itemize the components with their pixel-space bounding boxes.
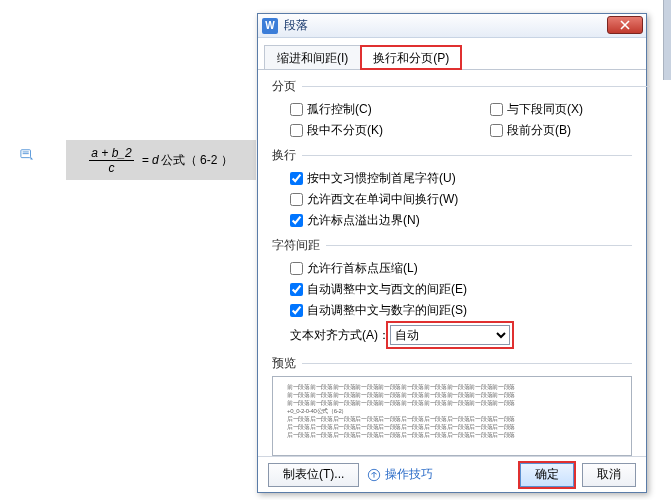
help-link[interactable]: 操作技巧 bbox=[367, 466, 433, 483]
checkbox-keep-lines-together[interactable]: 段中不分页(K) bbox=[290, 122, 450, 139]
close-button[interactable] bbox=[607, 16, 643, 34]
checkbox-input[interactable] bbox=[290, 124, 303, 137]
text-align-select[interactable]: 自动 bbox=[390, 325, 510, 345]
checkbox-input[interactable] bbox=[290, 193, 303, 206]
checkbox-punct-overflow[interactable]: 允许标点溢出边界(N) bbox=[290, 212, 450, 229]
vertical-ruler-strip bbox=[663, 0, 671, 80]
checkbox-keep-with-next[interactable]: 与下段同页(X) bbox=[490, 101, 650, 118]
fraction-denominator: c bbox=[106, 161, 116, 175]
checkbox-input[interactable] bbox=[290, 283, 303, 296]
tab-strip: 缩进和间距(I) 换行和分页(P) bbox=[258, 38, 646, 70]
group-title-pagination: 分页 bbox=[272, 78, 650, 95]
checkbox-input[interactable] bbox=[290, 214, 303, 227]
dialog-titlebar[interactable]: W 段落 bbox=[258, 14, 646, 38]
preview-line: 前一段落前一段落前一段落前一段落前一段落前一段落前一段落前一段落前一段落前一段落 bbox=[287, 391, 617, 399]
paragraph-dialog: W 段落 缩进和间距(I) 换行和分页(P) 分页 孤行控制(C) 与下段同页(… bbox=[257, 13, 647, 493]
checkbox-cn-latin-spacing[interactable]: 自动调整中文与西文的间距(E) bbox=[290, 281, 467, 298]
checkbox-page-break-before[interactable]: 段前分页(B) bbox=[490, 122, 650, 139]
dialog-title: 段落 bbox=[284, 17, 308, 34]
dialog-footer: 制表位(T)... 操作技巧 确定 取消 bbox=[258, 456, 646, 492]
preview-box: 前一段落前一段落前一段落前一段落前一段落前一段落前一段落前一段落前一段落前一段落… bbox=[272, 376, 632, 456]
checkbox-orphan-control[interactable]: 孤行控制(C) bbox=[290, 101, 450, 118]
group-title-preview: 预览 bbox=[272, 355, 632, 372]
preview-formula-line: +0_0-2-0-40公式（6-2） bbox=[287, 407, 617, 415]
document-formula-area: a + b_2 c = d 公式（ 6-2 ） bbox=[20, 140, 255, 180]
checkbox-input[interactable] bbox=[290, 172, 303, 185]
ok-button[interactable]: 确定 bbox=[520, 463, 574, 487]
group-pagination: 分页 孤行控制(C) 与下段同页(X) 段中不分页(K) 段前分页(B) bbox=[272, 78, 650, 141]
cancel-button[interactable]: 取消 bbox=[582, 463, 636, 487]
close-icon bbox=[620, 20, 630, 30]
dialog-body: 分页 孤行控制(C) 与下段同页(X) 段中不分页(K) 段前分页(B) 换行 … bbox=[258, 70, 646, 456]
tab-indent-spacing[interactable]: 缩进和间距(I) bbox=[264, 45, 361, 70]
checkbox-cn-digit-spacing[interactable]: 自动调整中文与数字的间距(S) bbox=[290, 302, 467, 319]
checkbox-input[interactable] bbox=[290, 103, 303, 116]
group-title-char-spacing: 字符间距 bbox=[272, 237, 632, 254]
app-icon: W bbox=[262, 18, 278, 34]
tab-line-page-breaks[interactable]: 换行和分页(P) bbox=[360, 45, 462, 70]
svg-rect-2 bbox=[23, 153, 29, 154]
preview-line: 前一段落前一段落前一段落前一段落前一段落前一段落前一段落前一段落前一段落前一段落 bbox=[287, 399, 617, 407]
group-char-spacing: 字符间距 允许行首标点压缩(L) 自动调整中文与西文的间距(E) 自动调整中文与… bbox=[272, 237, 632, 349]
group-title-line-break: 换行 bbox=[272, 147, 632, 164]
help-icon bbox=[367, 468, 381, 482]
checkbox-input[interactable] bbox=[290, 304, 303, 317]
checkbox-input[interactable] bbox=[490, 124, 503, 137]
checkbox-input[interactable] bbox=[490, 103, 503, 116]
anchor-icon bbox=[20, 148, 34, 162]
tabstops-button[interactable]: 制表位(T)... bbox=[268, 463, 359, 487]
checkbox-punct-compress[interactable]: 允许行首标点压缩(L) bbox=[290, 260, 450, 277]
svg-rect-1 bbox=[23, 152, 29, 153]
group-preview: 预览 前一段落前一段落前一段落前一段落前一段落前一段落前一段落前一段落前一段落前… bbox=[272, 355, 632, 456]
preview-line: 前一段落前一段落前一段落前一段落前一段落前一段落前一段落前一段落前一段落前一段落 bbox=[287, 383, 617, 391]
equation-caption: 公式（ 6-2 ） bbox=[161, 152, 233, 169]
equation-object[interactable]: a + b_2 c = d 公式（ 6-2 ） bbox=[66, 140, 256, 180]
equation-rhs: = d bbox=[142, 153, 159, 167]
preview-line: 后一段落后一段落后一段落后一段落后一段落后一段落后一段落后一段落后一段落后一段落 bbox=[287, 431, 617, 439]
checkbox-latin-word-wrap[interactable]: 允许西文在单词中间换行(W) bbox=[290, 191, 458, 208]
preview-line: 后一段落后一段落后一段落后一段落后一段落后一段落后一段落后一段落后一段落后一段落 bbox=[287, 415, 617, 423]
checkbox-input[interactable] bbox=[290, 262, 303, 275]
group-line-break: 换行 按中文习惯控制首尾字符(U) 允许西文在单词中间换行(W) 允许标点溢出边… bbox=[272, 147, 632, 231]
fraction-numerator: a + b_2 bbox=[89, 146, 133, 161]
checkbox-cn-first-last[interactable]: 按中文习惯控制首尾字符(U) bbox=[290, 170, 456, 187]
text-align-label: 文本对齐方式(A)： bbox=[290, 327, 390, 344]
preview-line: 后一段落后一段落后一段落后一段落后一段落后一段落后一段落后一段落后一段落后一段落 bbox=[287, 423, 617, 431]
